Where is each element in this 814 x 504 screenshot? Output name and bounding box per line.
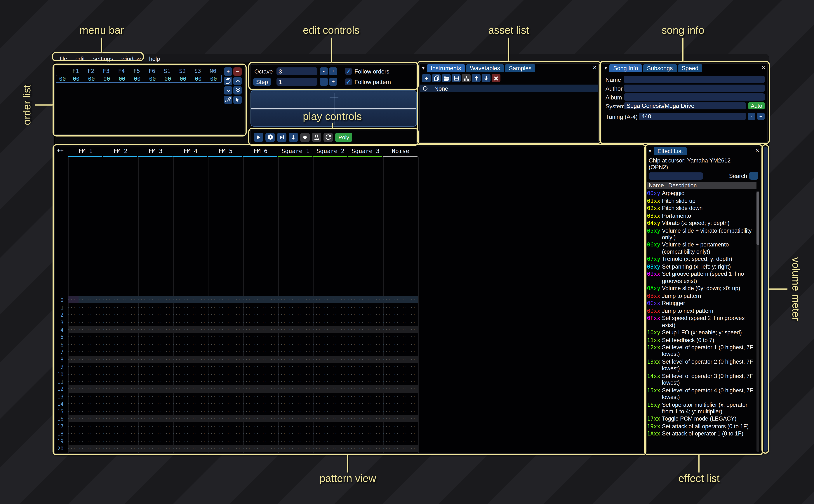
pattern-cell[interactable]: ··· ·· ·· ··· [276,312,311,317]
pattern-cell[interactable]: ··· ·· ·· ··· [241,327,276,332]
pattern-cell[interactable]: ··· ·· ·· ··· [276,401,311,406]
pattern-cell[interactable]: ··· ·· ·· ··· [381,401,416,406]
instrument-list-item-none[interactable]: - None - [420,85,598,92]
pattern-row[interactable]: 18··· ·· ·· ······ ·· ·· ······ ·· ·· ··… [55,430,644,437]
close-icon[interactable]: × [593,64,597,71]
pattern-cell[interactable]: ··· ·· ·· ··· [136,349,171,354]
order-channel-header[interactable]: F3 [99,68,114,74]
pattern-cell[interactable]: ··· ·· ·· ··· [136,394,171,399]
pattern-cell[interactable]: ··· ·· ·· ··· [311,424,346,429]
pattern-cell[interactable]: ··· ·· ·· ··· [241,431,276,436]
pattern-cell[interactable]: ··· ·· ·· ··· [276,386,311,391]
pattern-cell[interactable]: ··· ·· ·· ··· [171,424,206,429]
pattern-cell[interactable]: ··· ·· ·· ··· [136,298,171,302]
pattern-cell[interactable]: ··· ·· ·· ··· [206,416,241,421]
pattern-cell[interactable]: ··· ·· ·· ··· [311,320,346,325]
pattern-row[interactable]: 17··· ·· ·· ······ ·· ·· ······ ·· ·· ··… [55,422,644,430]
pattern-cell[interactable]: ··· ·· ·· ··· [101,327,136,332]
channel-header-square-2[interactable]: Square 2 [313,148,348,157]
pattern-cell[interactable]: ··· ·· ·· ··· [311,431,346,436]
pattern-row[interactable]: 20··· ·· ·· ······ ·· ·· ······ ·· ·· ··… [55,445,644,452]
pattern-cell[interactable]: ··· ·· ·· ··· [311,401,346,406]
tab-wavetables[interactable]: Wavetables [466,64,504,72]
pattern-cell[interactable]: ··· ·· ·· ··· [346,394,381,399]
pattern-cell[interactable]: ··· ·· ·· ··· [206,394,241,399]
tab-song-info[interactable]: Song Info [609,64,642,72]
pattern-row[interactable]: 9··· ·· ·· ······ ·· ·· ······ ·· ·· ···… [55,363,644,370]
pattern-cell[interactable]: ··· ·· ·· ··· [206,342,241,347]
effect-row[interactable]: 15xxSet level of operator 4 (0 highest, … [647,387,755,401]
pattern-cell[interactable]: ··· ·· ·· ··· [346,379,381,384]
pattern-cell[interactable]: ··· ·· ·· ··· [241,357,276,362]
author-input[interactable] [624,85,765,92]
pattern-cell[interactable]: ··· ·· ·· ··· [171,349,206,354]
asset-save-button[interactable] [452,74,461,82]
play-button[interactable] [254,132,263,142]
channel-header-square-1[interactable]: Square 1 [278,148,313,157]
pattern-cell[interactable]: ··· ·· ·· ··· [101,386,136,391]
pattern-cell[interactable]: ··· ·· ·· ··· [381,386,416,391]
order-add-button[interactable]: + [224,67,232,76]
pattern-cell[interactable]: ··· ·· ·· ··· [206,298,241,302]
pattern-row[interactable]: 19··· ·· ·· ······ ·· ·· ······ ·· ·· ··… [55,437,644,445]
pattern-cell[interactable]: ··· ·· ·· ··· [66,401,101,406]
order-channel-header[interactable]: N0 [205,68,221,74]
pattern-row[interactable]: 8··· ·· ·· ······ ·· ·· ······ ·· ·· ···… [55,356,644,363]
pattern-cell[interactable]: ··· ·· ·· ··· [206,386,241,391]
pattern-cell[interactable]: ··· ·· ·· ··· [346,327,381,332]
pattern-cell[interactable]: ··· ·· ·· ··· [311,386,346,391]
pattern-cell[interactable]: ··· ·· ·· ··· [311,372,346,377]
pattern-cell[interactable]: ··· ·· ·· ··· [101,424,136,429]
pattern-cell[interactable]: ··· ·· ·· ··· [171,312,206,317]
repeat-pattern-button[interactable] [323,132,333,142]
pattern-row[interactable]: 3··· ·· ·· ······ ·· ·· ······ ·· ·· ···… [55,319,644,326]
order-channel-header[interactable]: F1 [68,68,83,74]
pattern-cell[interactable]: ··· ·· ·· ··· [66,386,101,391]
channel-header-fm-6[interactable]: FM 6 [243,148,278,157]
pattern-cell[interactable]: ··· ·· ·· ··· [66,372,101,377]
hamburger-menu-icon[interactable]: ≡ [749,172,758,180]
pattern-cell[interactable]: ··· ·· ·· ··· [171,386,206,391]
asset-tree-view-button[interactable] [462,74,471,82]
pattern-cell[interactable]: ··· ·· ·· ··· [66,439,101,444]
channel-header-fm-3[interactable]: FM 3 [138,148,173,157]
pattern-cell[interactable]: ··· ·· ·· ··· [206,409,241,414]
menu-item-window[interactable]: window [121,55,141,62]
pattern-cell[interactable]: ··· ·· ·· ··· [136,320,171,325]
pattern-cell[interactable]: ··· ·· ·· ··· [206,335,241,340]
pattern-cell[interactable]: ··· ·· ·· ··· [241,298,276,302]
order-cell[interactable]: 00 [84,76,99,82]
pattern-cell[interactable]: ··· ·· ·· ··· [381,379,416,384]
system-select[interactable]: Sega Genesis/Mega Drive [624,102,746,109]
pattern-cell[interactable]: ··· ·· ·· ··· [101,298,136,302]
pattern-cell[interactable]: ··· ·· ·· ··· [276,349,311,354]
pattern-cell[interactable]: ··· ·· ·· ··· [206,327,241,332]
tab-instruments[interactable]: Instruments [427,64,465,72]
pattern-cell[interactable]: ··· ·· ·· ··· [136,409,171,414]
pattern-cell[interactable]: ··· ·· ·· ··· [381,298,416,302]
pattern-cell[interactable]: ··· ·· ·· ··· [136,372,171,377]
pattern-cell[interactable]: ··· ·· ·· ··· [101,379,136,384]
pattern-cell[interactable]: ··· ·· ·· ··· [241,364,276,369]
order-cell[interactable]: 00 [175,76,191,82]
pattern-cell[interactable]: ··· ·· ·· ··· [136,401,171,406]
effect-row[interactable]: 08xySet panning (x: left; y: right) [647,263,755,270]
pattern-cell[interactable]: ··· ·· ·· ··· [276,394,311,399]
asset-duplicate-button[interactable] [432,74,441,82]
effect-row[interactable]: 16xySet operator multiplier (x: operator… [647,402,755,415]
pattern-cell[interactable]: ··· ·· ·· ··· [276,409,311,414]
pattern-cell[interactable]: ··· ·· ·· ··· [346,335,381,340]
menu-item-help[interactable]: help [149,55,160,62]
pattern-cell[interactable]: ··· ·· ·· ··· [346,416,381,421]
pattern-row[interactable]: 5··· ·· ·· ······ ·· ·· ······ ·· ·· ···… [55,333,644,341]
pattern-row[interactable]: 14··· ·· ·· ······ ·· ·· ······ ·· ·· ··… [55,400,644,407]
pattern-cell[interactable]: ··· ·· ·· ··· [206,305,241,310]
pattern-cell[interactable]: ··· ·· ·· ··· [381,439,416,444]
order-cell[interactable]: 00 [191,76,206,82]
effect-row[interactable]: 19xxSet attack of all operators (0 to 1F… [647,423,755,430]
pattern-cell[interactable]: ··· ·· ·· ··· [346,349,381,354]
pattern-cell[interactable]: ··· ·· ·· ··· [346,409,381,414]
menu-item-settings[interactable]: settings [93,55,113,62]
effect-row[interactable]: 0FxxSet speed (speed 2 if no grooves exi… [647,315,755,329]
follow-pattern-checkbox[interactable]: ✓ [345,78,352,85]
